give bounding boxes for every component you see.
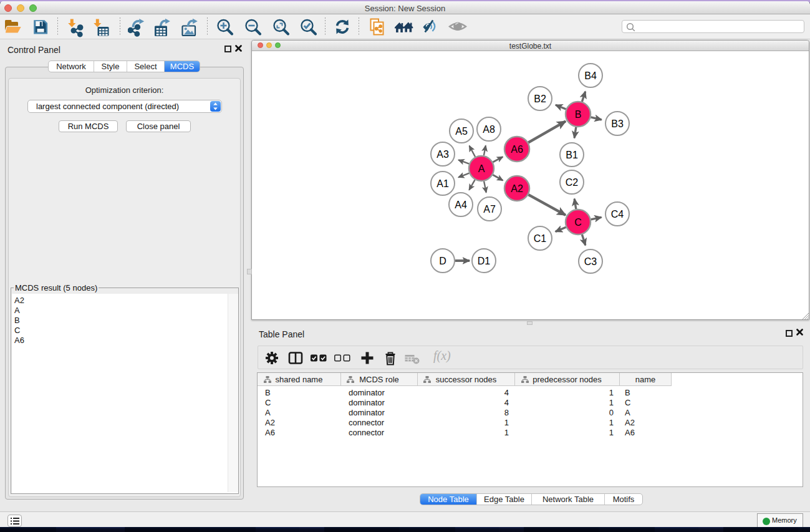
svg-text:A3: A3 <box>436 149 449 160</box>
svg-text:C3: C3 <box>584 256 597 267</box>
svg-text:B2: B2 <box>534 94 546 104</box>
svg-text:B4: B4 <box>584 70 597 81</box>
svg-text:A7: A7 <box>483 204 496 215</box>
svg-text:C4: C4 <box>611 209 624 220</box>
svg-text:B: B <box>575 109 582 120</box>
svg-text:C: C <box>574 217 582 228</box>
svg-text:D: D <box>439 256 446 266</box>
svg-text:A5: A5 <box>455 126 468 137</box>
svg-text:A1: A1 <box>436 178 449 189</box>
svg-text:C1: C1 <box>534 233 547 244</box>
svg-text:A6: A6 <box>511 144 523 155</box>
svg-text:C2: C2 <box>566 177 579 188</box>
svg-text:A4: A4 <box>455 200 467 210</box>
svg-text:B1: B1 <box>566 150 578 160</box>
svg-text:B3: B3 <box>611 118 624 129</box>
svg-text:D1: D1 <box>478 256 491 266</box>
svg-text:A2: A2 <box>511 183 523 194</box>
svg-text:A: A <box>478 163 485 174</box>
svg-text:A8: A8 <box>483 124 495 135</box>
